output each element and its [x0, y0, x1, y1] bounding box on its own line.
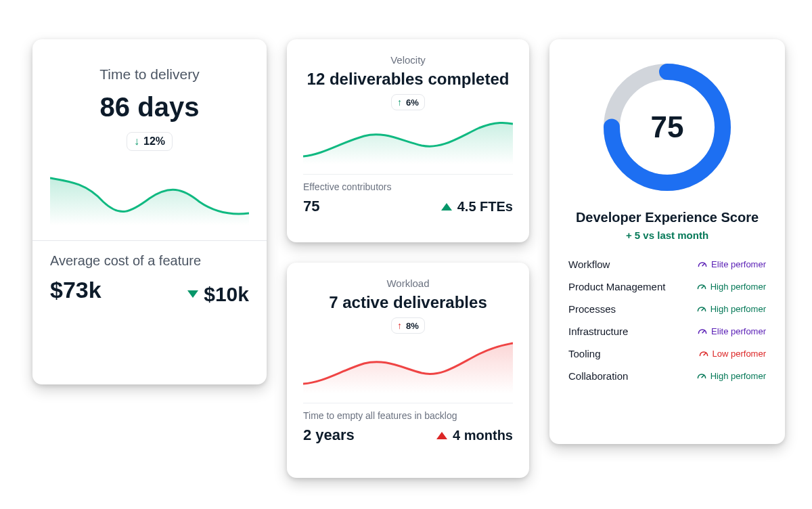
arrow-down-icon: ↓ [134, 135, 139, 148]
delivery-change-pct: 12% [143, 135, 165, 148]
delivery-sparkline [50, 164, 249, 225]
delivery-title: Time to delivery [50, 66, 249, 83]
dx-row: InfrastructureElite perfomer [568, 326, 766, 337]
dx-title: Developer Experience Score [568, 210, 766, 225]
dx-row-performance: Elite perfomer [698, 326, 766, 336]
triangle-down-icon [187, 290, 198, 298]
gauge-icon [698, 326, 707, 336]
velocity-sparkline [303, 117, 513, 164]
dx-row-label: Workflow [568, 259, 610, 270]
velocity-change-pct: 6% [406, 97, 419, 108]
card-workload: Workload 7 active deliverables ↑ 8% Time… [287, 263, 529, 478]
svg-line-3 [702, 286, 704, 288]
dx-row-perf-text: High perfomer [710, 304, 766, 314]
triangle-up-icon [441, 203, 452, 211]
velocity-sub-title: Effective contributors [303, 181, 513, 192]
workload-sub-title: Time to empty all features in backlog [303, 410, 513, 421]
svg-line-6 [704, 353, 706, 355]
velocity-sub-delta: 4.5 FTEs [441, 199, 513, 215]
divider [32, 240, 267, 241]
dx-row-perf-text: High perfomer [710, 371, 766, 381]
gauge-icon [697, 282, 706, 292]
gauge-icon [699, 349, 708, 359]
dx-row: CollaborationHigh perfomer [568, 370, 766, 382]
dx-row: ToolingLow perfomer [568, 348, 766, 359]
velocity-change-badge: ↑ 6% [391, 94, 425, 110]
card-dx-score: 75 Developer Experience Score + 5 vs las… [549, 39, 785, 444]
delivery-value: 86 days [50, 92, 249, 123]
dx-row-perf-text: High perfomer [710, 282, 766, 292]
velocity-title: Velocity [303, 54, 513, 66]
dx-subtitle: + 5 vs last month [568, 229, 766, 241]
delivery-cost-delta: $10k [187, 283, 249, 306]
dx-row: WorkflowElite perfomer [568, 259, 766, 270]
dx-row-perf-text: Low perfomer [713, 349, 766, 359]
gauge-icon [697, 304, 706, 314]
workload-sub-value: 2 years [303, 426, 355, 444]
dx-row-performance: High perfomer [697, 304, 766, 314]
dx-row-perf-text: Elite perfomer [711, 326, 766, 336]
dx-row-performance: Low perfomer [699, 349, 766, 359]
delivery-cost-value: $73k [50, 277, 102, 303]
dx-row-performance: High perfomer [697, 371, 766, 381]
dx-row: Product ManagementHigh perfomer [568, 281, 766, 292]
velocity-sub-value: 75 [303, 198, 319, 215]
dx-row-label: Processes [568, 303, 616, 315]
dx-donut-chart: 75 [600, 60, 735, 195]
gauge-icon [697, 371, 706, 381]
dx-row-label: Product Management [568, 281, 665, 292]
divider [303, 403, 513, 403]
workload-sparkline [303, 340, 513, 393]
dx-row-label: Infrastructure [568, 326, 628, 337]
dx-row: ProcessesHigh perfomer [568, 303, 766, 315]
dx-row-label: Tooling [568, 348, 601, 359]
workload-value: 7 active deliverables [303, 293, 513, 312]
gauge-icon [698, 259, 707, 269]
arrow-up-icon: ↑ [397, 97, 402, 108]
card-time-to-delivery: Time to delivery 86 days ↓ 12% Average c… [32, 39, 267, 384]
arrow-up-icon: ↑ [397, 320, 402, 331]
workload-sub-delta: 4 months [436, 428, 513, 443]
delivery-cost-title: Average cost of a feature [50, 253, 249, 269]
workload-change-badge: ↑ 8% [391, 317, 425, 334]
triangle-up-icon [436, 432, 447, 439]
dx-row-performance: Elite perfomer [698, 259, 766, 269]
dx-row-performance: High perfomer [697, 282, 766, 292]
workload-change-pct: 8% [406, 321, 419, 331]
svg-line-5 [702, 330, 705, 333]
divider [303, 174, 513, 175]
svg-line-4 [702, 308, 704, 311]
dx-row-label: Collaboration [568, 370, 628, 382]
workload-title: Workload [303, 278, 513, 289]
dx-category-list: WorkflowElite perfomerProduct Management… [568, 259, 766, 382]
card-velocity: Velocity 12 deliverables completed ↑ 6% … [287, 39, 529, 242]
delivery-change-badge: ↓ 12% [127, 132, 173, 151]
svg-line-2 [702, 263, 705, 266]
dx-score-value: 75 [600, 60, 735, 195]
svg-line-7 [702, 375, 704, 378]
dx-row-perf-text: Elite perfomer [711, 259, 766, 269]
velocity-value: 12 deliverables completed [303, 70, 513, 89]
